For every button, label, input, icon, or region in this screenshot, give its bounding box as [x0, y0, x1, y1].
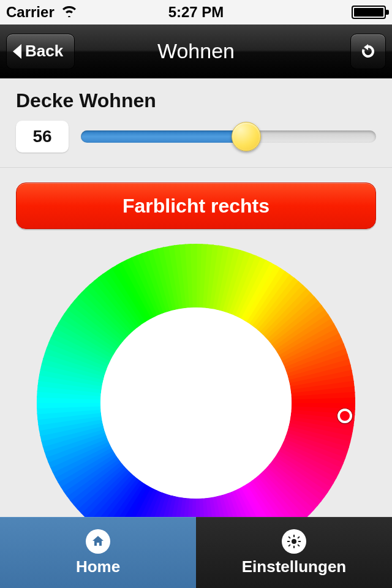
tab-home[interactable]: Home [0, 517, 196, 588]
carrier-label: Carrier [6, 4, 55, 21]
page-title: Wohnen [157, 39, 235, 63]
status-bar: Carrier 5:27 PM [0, 0, 392, 24]
color-light-label: Farblicht rechts [123, 195, 270, 217]
svg-rect-9 [288, 544, 290, 546]
dimmer-slider[interactable] [81, 124, 376, 149]
dimmer-value: 56 [16, 121, 69, 153]
tab-bar: Home Einstellungen [0, 517, 392, 588]
svg-rect-4 [287, 541, 290, 542]
back-button[interactable]: Back [6, 34, 75, 69]
nav-bar: Back Wohnen [0, 24, 392, 78]
color-light-section: Farblicht rechts [0, 168, 392, 517]
color-light-button[interactable]: Farblicht rechts [16, 183, 376, 229]
svg-point-0 [100, 307, 292, 499]
wifi-icon [61, 4, 78, 21]
tab-home-label: Home [76, 557, 120, 576]
slider-thumb[interactable] [232, 122, 261, 151]
refresh-icon [359, 42, 377, 61]
home-icon [86, 529, 110, 554]
battery-icon [352, 6, 386, 19]
gear-icon [282, 529, 306, 554]
refresh-button[interactable] [350, 34, 386, 69]
svg-rect-2 [293, 535, 295, 537]
svg-rect-3 [293, 546, 295, 548]
dimmer-title: Decke Wohnen [16, 89, 376, 112]
dimmer-section: Decke Wohnen 56 [0, 78, 392, 168]
chevron-left-icon [13, 44, 21, 59]
content: Decke Wohnen 56 Farblicht rechts [0, 78, 392, 517]
svg-rect-7 [297, 544, 300, 546]
slider-fill [81, 130, 246, 143]
back-label: Back [25, 42, 63, 61]
svg-rect-6 [288, 536, 290, 538]
svg-rect-8 [297, 536, 300, 538]
dimmer-row: 56 [16, 121, 376, 153]
svg-point-1 [292, 539, 296, 544]
color-wheel-svg [37, 244, 355, 517]
tab-settings[interactable]: Einstellungen [196, 517, 392, 588]
tab-settings-label: Einstellungen [242, 557, 346, 576]
status-time: 5:27 PM [168, 4, 224, 21]
status-left: Carrier [6, 4, 78, 21]
color-wheel-wrap [16, 244, 376, 517]
svg-rect-5 [298, 541, 301, 542]
color-wheel[interactable] [37, 244, 355, 517]
